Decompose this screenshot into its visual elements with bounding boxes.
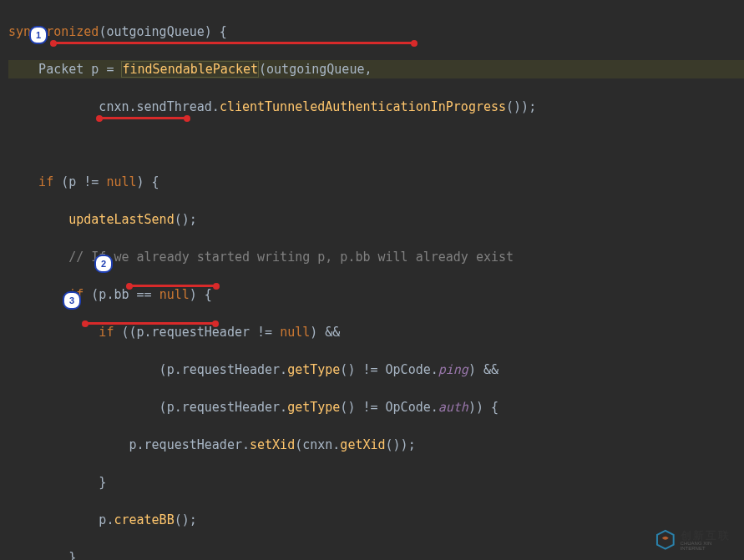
- kw-null: null: [159, 287, 190, 302]
- kw-null: null: [280, 325, 310, 340]
- kw-null: null: [106, 174, 136, 189]
- code-text: (outgoingQueue,: [259, 62, 372, 77]
- method-findSendablePacket: findSendablePacket: [121, 61, 259, 78]
- code-text: p.requestHeader.: [8, 437, 250, 452]
- code-text: (cnxn.: [295, 437, 340, 452]
- code-text: (p !=: [53, 174, 106, 189]
- method-getType: getType: [287, 400, 340, 415]
- method-call: clientTunneledAuthenticationInProgress: [220, 99, 506, 114]
- method-createBB: createBB: [114, 512, 174, 527]
- code-text: ) &&: [468, 362, 499, 377]
- highlighted-line: Packet p = findSendablePacket(outgoingQu…: [8, 60, 744, 79]
- annotation-underline-4: [84, 322, 217, 325]
- code-text: ) {: [190, 287, 212, 302]
- code-text: () != OpCode.: [340, 400, 438, 415]
- code-text: ();: [175, 212, 197, 227]
- code-text: () != OpCode.: [340, 362, 438, 377]
- code-text: )) {: [468, 400, 499, 415]
- code-text: ());: [386, 437, 416, 452]
- code-text: }: [8, 550, 76, 561]
- code-text: ) {: [137, 174, 159, 189]
- code-text: ((p.requestHeader !=: [114, 325, 280, 340]
- watermark-text-en: CHUANG XIN INTERNET: [681, 541, 737, 551]
- annotation-underline-3: [128, 285, 218, 287]
- code-text: (p.requestHeader.: [8, 362, 287, 377]
- code-text: (p.bb ==: [84, 287, 159, 302]
- kw-synchronized: synchronized: [8, 24, 99, 39]
- code-text: ) &&: [310, 325, 340, 340]
- annotation-underline-2: [98, 117, 189, 119]
- annotation-underline-1: [52, 42, 416, 44]
- code-text: }: [8, 475, 106, 490]
- code-editor: synchronized(outgoingQueue) { Packet p =…: [0, 0, 744, 560]
- method-updateLastSend: updateLastSend: [8, 212, 175, 227]
- const-auth: auth: [438, 400, 468, 415]
- kw-if: if: [8, 174, 53, 189]
- comment: // If we already started writing p, p.bb…: [8, 250, 514, 265]
- code-text: ();: [175, 512, 197, 527]
- watermark-logo-icon: [654, 528, 677, 552]
- method-getXid: getXid: [340, 437, 385, 452]
- annotation-bullet-2: 2: [94, 255, 113, 273]
- annotation-bullet-3: 3: [63, 291, 81, 310]
- code-text: Packet p =: [8, 62, 121, 77]
- const-ping: ping: [438, 362, 468, 377]
- kw-if: if: [8, 325, 114, 340]
- watermark-text-cn: 创新互联: [681, 530, 737, 541]
- method-getType: getType: [287, 362, 340, 377]
- annotation-bullet-1: 1: [29, 26, 48, 44]
- code-text: p.: [8, 512, 114, 527]
- code-text: cnxn.sendThread.: [8, 99, 220, 114]
- code-text: (outgoingQueue) {: [99, 24, 227, 39]
- watermark: 创新互联 CHUANG XIN INTERNET: [654, 527, 737, 553]
- code-text: (p.requestHeader.: [8, 400, 287, 415]
- method-setXid: setXid: [250, 437, 295, 452]
- code-text: ());: [506, 99, 536, 114]
